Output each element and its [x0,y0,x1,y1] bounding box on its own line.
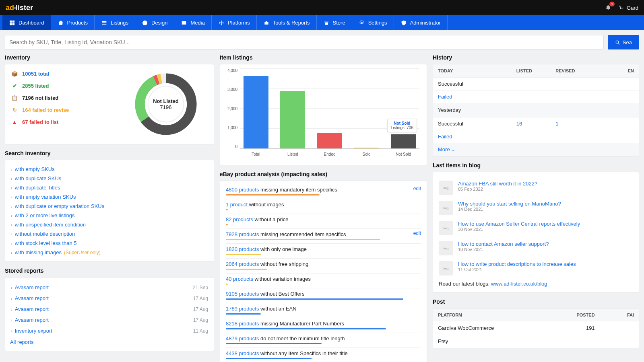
logo[interactable]: ad-lister [6,4,33,12]
search-inventory-item[interactable]: ›with duplicate Titles [11,184,208,191]
search-inventory-link[interactable]: with empty variation SKUs [15,194,76,200]
analysis-count-link[interactable]: 8218 products [226,321,259,327]
report-link[interactable]: Avasam report [15,295,49,301]
search-inventory-item[interactable]: ›with unspecified item condition [11,221,208,228]
chart-bar[interactable]: Sold [354,148,379,148]
blog-link[interactable]: Amazon FBA still worth it in 2022? [458,181,537,187]
report-link[interactable]: Avasam report [15,317,49,323]
chart-bar[interactable]: Ended [317,133,342,148]
analysis-count-link[interactable]: 1820 products [226,246,259,252]
analysis-count-link[interactable]: 4800 products [226,187,259,193]
blog-item[interactable]: imgHow to contact Amazon seller support?… [439,238,633,258]
blog-link[interactable]: Why should you start selling on ManoMano… [458,201,561,207]
blog-item[interactable]: imgAmazon FBA still worth it in 2022?05 … [439,178,633,198]
search-inventory-item[interactable]: ›without mobile description [11,230,208,237]
blog-read-more: Read our latest blogs: www.ad-lister.co.… [439,281,633,287]
history-yesterday-revised[interactable]: 1 [555,121,558,127]
search-inventory-link[interactable]: with 2 or more live listings [15,212,75,218]
analysis-edit-link[interactable]: edit [413,186,421,191]
search-button[interactable]: Sea [608,35,639,49]
nav-design[interactable]: Design [135,15,174,30]
stat-not-listed[interactable]: 📋7196 not listed [11,94,69,101]
superuser-badge: (SuperUser only) [64,250,101,255]
svg-point-11 [361,22,363,24]
report-item[interactable]: ›Avasam report17 Aug [11,316,208,324]
nav-listings[interactable]: Listings [95,15,135,30]
history-row-failed[interactable]: Failed [438,134,452,140]
search-inventory-item[interactable]: ›with 2 or more live listings [11,212,208,219]
stat-total[interactable]: 📦10051 total [11,70,69,77]
search-inventory-link[interactable]: without mobile description [15,231,75,237]
blog-link[interactable]: How to contact Amazon seller support? [458,241,549,247]
search-inventory-item[interactable]: ›with duplicate SKUs [11,175,208,182]
nav-label: Design [151,20,167,26]
analysis-count-link[interactable]: 4879 products [226,335,259,341]
user-menu[interactable]: Gard [619,5,638,11]
blog-item[interactable]: imgHow to use Amazon Seller Central repo… [439,218,633,238]
search-inventory-link[interactable]: with unspecified item condition [15,222,86,228]
stat-failed-list[interactable]: ▲67 failed to list [11,118,69,125]
analysis-count-link[interactable]: 2064 products [226,261,259,267]
search-inventory-item[interactable]: ›with duplicate or empty variation SKUs [11,203,208,210]
report-link[interactable]: Avasam report [15,284,49,290]
chart-bar[interactable]: Not Sold [391,134,416,148]
search-inventory-link[interactable]: with duplicate or empty variation SKUs [15,203,105,209]
history-card: TODAY LISTED REVISED EN Successful Faile… [433,64,639,156]
all-reports-link[interactable]: All reports [10,339,208,345]
blog-item[interactable]: imgHow to write product descriptions to … [439,258,633,278]
analysis-count-link[interactable]: 1 product [226,202,248,208]
nav-dashboard[interactable]: Dashboard [2,15,51,30]
report-item[interactable]: ›Avasam report21 Sep [11,283,208,292]
search-inventory-link[interactable]: with stock level less than 5 [15,240,77,246]
nav-administrator[interactable]: Administrator [394,15,448,30]
analysis-edit-link[interactable]: edit [413,230,421,236]
nav-platforms[interactable]: Platforms [212,15,257,30]
blog-item[interactable]: imgWhy should you start selling on ManoM… [439,198,633,218]
stored-reports-title: Stored reports [5,267,214,274]
chart-bar[interactable]: Total [244,76,268,148]
nav-tools[interactable]: Tools & Reports [257,15,317,30]
blog-link[interactable]: How to use Amazon Seller Central reports… [458,221,580,227]
report-item[interactable]: ›Avasam report17 Aug [11,294,208,302]
analysis-count-link[interactable]: 7928 products [226,231,259,237]
stat-failed-revise[interactable]: ↻164 failed to revise [11,106,69,113]
search-inventory-item[interactable]: ›with empty variation SKUs [11,193,208,200]
search-inventory-item[interactable]: ›with stock level less than 5 [11,240,208,247]
stat-listed[interactable]: ✔2855 listed [11,82,69,89]
search-inventory-card: ›with empty SKUs›with duplicate SKUs›wit… [5,160,214,262]
nav-settings[interactable]: Settings [352,15,394,30]
search-inventory-link[interactable]: with duplicate Titles [15,185,60,191]
report-link[interactable]: Inventory export [15,328,52,334]
search-icon [615,40,620,45]
analysis-count-link[interactable]: 82 products [226,216,253,222]
blog-card: imgAmazon FBA still worth it in 2022?05 … [433,172,639,293]
history-yesterday-listed[interactable]: 16 [516,121,522,127]
report-item[interactable]: ›Avasam report17 Aug [11,305,208,313]
nav-products[interactable]: Products [51,15,95,30]
report-link[interactable]: Avasam report [15,306,49,312]
svg-rect-8 [182,21,186,25]
chart-bar[interactable]: Listed [280,91,305,149]
search-inventory-link[interactable]: with missing images [15,249,62,255]
chevron-right-icon: › [11,285,12,290]
analysis-count-link[interactable]: 4438 products [226,350,259,356]
analysis-count-link[interactable]: 40 products [226,276,253,282]
nav-store[interactable]: Store [317,15,352,30]
notifications-button[interactable]: 1 [605,4,611,12]
search-inventory-item[interactable]: ›with missing images (SuperUser only) [11,249,208,256]
report-item[interactable]: ›Inventory export11 Aug [11,327,208,335]
blog-link[interactable]: How to write product descriptions to inc… [458,261,576,267]
history-more[interactable]: More ⌄ [433,143,639,156]
inventory-card: 📦10051 total ✔2855 listed 📋7196 not list… [5,64,214,144]
search-strip: Sea [0,30,644,49]
search-inventory-link[interactable]: with empty SKUs [15,166,55,172]
blog-read-link[interactable]: www.ad-lister.co.uk/blog [491,281,547,287]
analysis-count-link[interactable]: 1789 products [226,306,259,312]
nav-media[interactable]: Media [174,15,211,30]
analysis-count-link[interactable]: 9105 products [226,291,259,297]
search-button-label: Sea [623,39,632,45]
search-input[interactable] [5,35,604,49]
search-inventory-item[interactable]: ›with empty SKUs [11,166,208,173]
search-inventory-link[interactable]: with duplicate SKUs [15,175,62,181]
history-row-failed[interactable]: Failed [438,94,452,100]
